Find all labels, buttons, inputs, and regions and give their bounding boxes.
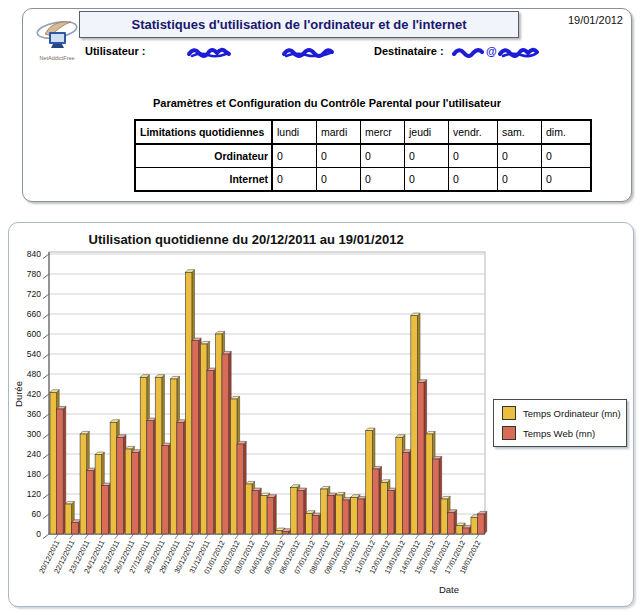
cell-internet-mercr: 0 (361, 168, 405, 192)
cell-ordinateur-mardi: 0 (317, 144, 361, 168)
recipient-label: Destinataire : (374, 45, 444, 57)
chart-legend: Temps Ordinateur (mn) Temps Web (mn) (493, 399, 627, 447)
svg-text:840: 840 (27, 249, 41, 259)
x-axis-title: Date (439, 584, 459, 595)
usage-chart-panel: Utilisation quotidienne du 20/12/2011 au… (8, 222, 634, 607)
cell-internet-dim: 0 (542, 168, 592, 192)
cell-ordinateur-mercr: 0 (361, 144, 405, 168)
col-header-lundi: lundi (272, 120, 317, 144)
svg-text:480: 480 (27, 369, 41, 379)
svg-text:120: 120 (27, 489, 41, 499)
svg-text:180: 180 (27, 469, 41, 479)
svg-text:300: 300 (27, 429, 41, 439)
cell-ordinateur-vendr: 0 (449, 144, 498, 168)
cell-internet-sam: 0 (498, 168, 542, 192)
cell-ordinateur-sam: 0 (498, 144, 542, 168)
report-date: 19/01/2012 (568, 14, 623, 26)
table-header-row: Limitations quotidiennes lundi mardi mer… (135, 120, 591, 144)
limits-table: Limitations quotidiennes lundi mardi mer… (134, 119, 592, 192)
cell-ordinateur-jeudi: 0 (405, 144, 449, 168)
svg-text:240: 240 (27, 449, 41, 459)
legend-swatch-ordinateur (502, 406, 516, 420)
report-page: NetAddictFree Statistiques d'utilisation… (0, 0, 644, 612)
report-title-bar: Statistiques d'utilisation de l'ordinate… (79, 11, 519, 38)
legend-item-web: Temps Web (mn) (502, 426, 626, 440)
svg-text:720: 720 (27, 289, 41, 299)
col-header-jeudi: jeudi (405, 120, 449, 144)
cell-internet-mardi: 0 (317, 168, 361, 192)
svg-text:360: 360 (27, 409, 41, 419)
cell-ordinateur-lundi: 0 (272, 144, 317, 168)
user-label: Utilisateur : (85, 45, 146, 57)
col-header-vendr: vendr. (449, 120, 498, 144)
report-header-panel: NetAddictFree Statistiques d'utilisation… (22, 8, 632, 202)
redacted-email-local (451, 46, 485, 59)
cell-internet-jeudi: 0 (405, 168, 449, 192)
svg-text:0: 0 (36, 529, 41, 539)
svg-text:60: 60 (32, 509, 42, 519)
row-label-ordinateur: Ordinateur (135, 144, 272, 168)
cell-internet-lundi: 0 (272, 168, 317, 192)
col-header-limitations: Limitations quotidiennes (135, 120, 272, 144)
svg-text:780: 780 (27, 269, 41, 279)
legend-label-ordinateur: Temps Ordinateur (mn) (523, 408, 621, 419)
legend-swatch-web (502, 426, 516, 440)
section-heading: Paramètres et Configuration du Contrôle … (23, 97, 631, 109)
table-row-internet: Internet 0 0 0 0 0 0 0 (135, 168, 591, 192)
legend-label-web: Temps Web (mn) (523, 428, 595, 439)
table-row-ordinateur: Ordinateur 0 0 0 0 0 0 0 (135, 144, 591, 168)
redacted-email-domain (497, 46, 541, 59)
chart-title: Utilisation quotidienne du 20/12/2011 au… (9, 232, 483, 247)
report-title: Statistiques d'utilisation de l'ordinate… (131, 17, 466, 32)
cell-internet-vendr: 0 (449, 168, 498, 192)
svg-text:540: 540 (27, 349, 41, 359)
col-header-sam: sam. (498, 120, 542, 144)
svg-text:420: 420 (27, 389, 41, 399)
cell-ordinateur-dim: 0 (542, 144, 592, 168)
legend-item-ordinateur: Temps Ordinateur (mn) (502, 406, 626, 420)
svg-text:660: 660 (27, 309, 41, 319)
col-header-mardi: mardi (317, 120, 361, 144)
redacted-computer-name (281, 46, 335, 59)
row-label-internet: Internet (135, 168, 272, 192)
email-at-sign: @ (486, 45, 497, 57)
redacted-username (186, 46, 232, 59)
y-axis-title: Durée (13, 381, 24, 407)
svg-text:600: 600 (27, 329, 41, 339)
col-header-mercr: mercr (361, 120, 405, 144)
col-header-dim: dim. (542, 120, 592, 144)
user-line: Utilisateur : Destinataire : @ (23, 45, 631, 61)
